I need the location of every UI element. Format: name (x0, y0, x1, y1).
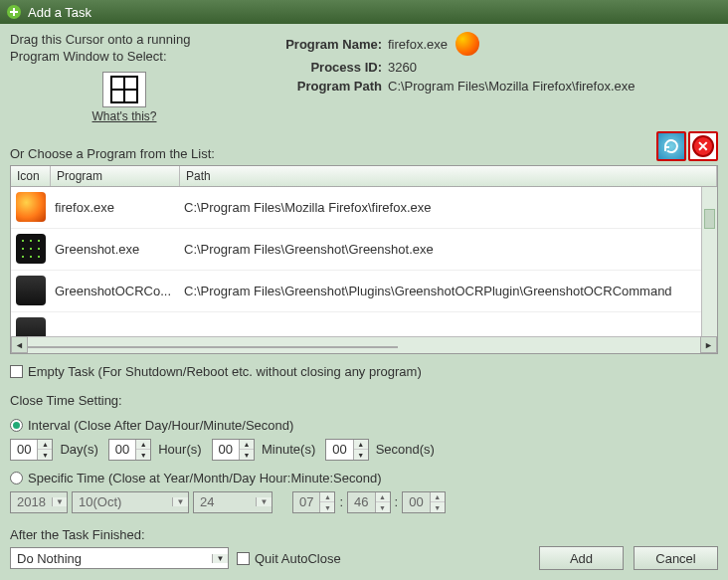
cell-path: C:\Program Files\Mozilla Firefox\firefox… (180, 200, 717, 215)
cursor-target[interactable] (102, 72, 146, 107)
empty-task-label: Empty Task (For Shutdown/Reboot etc. wit… (28, 364, 422, 379)
program-path-value: C:\Program Files\Mozilla Firefox\firefox… (388, 79, 636, 94)
window-title: Add a Task (28, 5, 91, 20)
after-heading: After the Task Finished: (10, 527, 718, 542)
whats-this-link[interactable]: What's this? (10, 109, 239, 123)
hours-unit: Hour(s) (158, 442, 201, 457)
year-select[interactable]: 2018▼ (10, 491, 68, 513)
th-path[interactable]: Path (180, 166, 717, 186)
specific-time-label: Specific Time (Close at Year/Month/Day H… (28, 471, 382, 485)
process-id-value: 3260 (388, 60, 417, 75)
interval-radio[interactable] (10, 419, 23, 432)
th-icon[interactable]: Icon (11, 166, 51, 186)
second-spinner[interactable]: 00▲▼ (402, 491, 445, 513)
seconds-unit: Second(s) (376, 442, 435, 457)
table-row[interactable]: Greenshot.exeC:\Program Files\Greenshot\… (11, 229, 717, 271)
interval-label: Interval (Close After Day/Hour/Minute/Se… (28, 418, 293, 433)
choose-label: Or Choose a Program from the List: (10, 146, 656, 161)
cancel-button[interactable]: Cancel (634, 546, 718, 570)
program-icon (16, 234, 46, 264)
th-program[interactable]: Program (51, 166, 180, 186)
hour-spinner[interactable]: 07▲▼ (292, 491, 335, 513)
colon2: : (395, 494, 399, 509)
program-name-value: firefox.exe (388, 37, 448, 52)
days-spinner[interactable]: 00▲▼ (10, 439, 53, 461)
specific-time-radio[interactable] (10, 472, 23, 484)
drag-instruction: Drag this Cursor onto a running Program … (10, 32, 239, 66)
titlebar: Add a Task (0, 0, 728, 24)
vertical-scrollbar[interactable] (701, 187, 717, 336)
colon1: : (339, 494, 343, 509)
empty-task-checkbox[interactable] (10, 365, 23, 378)
add-button[interactable]: Add (539, 546, 624, 570)
program-icon (16, 276, 46, 305)
cell-path: C:\Program Files\Greenshot\Plugins\Green… (180, 284, 717, 298)
refresh-button[interactable] (656, 131, 686, 161)
day-select[interactable]: 24▼ (193, 491, 273, 513)
app-icon (6, 4, 22, 20)
close-icon: ✕ (692, 135, 714, 157)
table-row[interactable] (11, 312, 717, 336)
scroll-left-arrow[interactable]: ◄ (11, 336, 28, 353)
cell-program: firefox.exe (51, 200, 180, 215)
after-action-select[interactable]: Do Nothing▼ (10, 547, 229, 569)
cell-path: C:\Program Files\Greenshot\Greenshot.exe (180, 242, 717, 257)
minute-spinner[interactable]: 46▲▼ (347, 491, 390, 513)
scroll-right-arrow[interactable]: ► (700, 336, 717, 353)
program-table: Icon Program Path firefox.exeC:\Program … (10, 165, 718, 354)
minutes-spinner[interactable]: 00▲▼ (212, 439, 255, 461)
program-icon (16, 317, 46, 336)
close-time-heading: Close Time Setting: (10, 393, 718, 408)
program-name-label: Program Name: (269, 37, 388, 52)
program-path-label: Program Path (269, 79, 388, 94)
program-icon (16, 192, 46, 222)
firefox-icon (455, 32, 479, 56)
refresh-icon (662, 137, 680, 155)
days-unit: Day(s) (60, 442, 97, 457)
seconds-spinner[interactable]: 00▲▼ (325, 439, 368, 461)
horizontal-scrollbar[interactable]: ◄ ► (11, 336, 717, 353)
quit-autoclose-label: Quit AutoClose (255, 551, 341, 566)
cell-program: Greenshot.exe (51, 242, 180, 257)
cell-program: GreenshotOCRCo... (51, 284, 180, 298)
table-row[interactable]: GreenshotOCRCo...C:\Program Files\Greens… (11, 271, 717, 312)
clear-button[interactable]: ✕ (688, 131, 718, 161)
minutes-unit: Minute(s) (262, 442, 315, 457)
table-row[interactable]: firefox.exeC:\Program Files\Mozilla Fire… (11, 187, 717, 229)
hours-spinner[interactable]: 00▲▼ (108, 439, 151, 461)
crosshair-icon (110, 76, 138, 103)
quit-autoclose-checkbox[interactable] (237, 552, 250, 565)
month-select[interactable]: 10(Oct)▼ (72, 491, 189, 513)
process-id-label: Process ID: (269, 60, 388, 75)
